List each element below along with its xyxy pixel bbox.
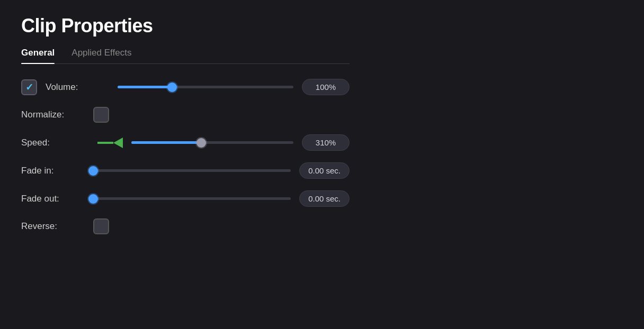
volume-checkbox[interactable]: ✓ bbox=[21, 79, 37, 95]
tabs-container: General Applied Effects bbox=[21, 48, 350, 64]
fade-out-row: Fade out: 0.00 sec. bbox=[21, 190, 350, 207]
speed-slider[interactable] bbox=[131, 138, 293, 148]
volume-label: Volume: bbox=[46, 82, 109, 93]
panel-title: Clip Properties bbox=[21, 15, 350, 37]
normalize-checkbox[interactable] bbox=[93, 107, 109, 123]
fade-in-thumb[interactable] bbox=[88, 166, 98, 176]
volume-slider[interactable] bbox=[118, 82, 293, 93]
fade-in-label: Fade in: bbox=[21, 166, 85, 176]
fade-out-slider[interactable] bbox=[93, 194, 291, 204]
normalize-label: Normalize: bbox=[21, 109, 85, 120]
fade-in-row: Fade in: 0.00 sec. bbox=[21, 162, 350, 179]
speed-arrow-indicator bbox=[97, 138, 123, 148]
speed-row: Speed: 310% bbox=[21, 134, 350, 151]
reverse-label: Reverse: bbox=[21, 221, 85, 232]
volume-row: ✓ Volume: 100% bbox=[21, 79, 350, 95]
tab-general[interactable]: General bbox=[21, 48, 55, 63]
speed-thumb[interactable] bbox=[196, 138, 206, 148]
fade-in-value: 0.00 sec. bbox=[299, 162, 350, 179]
reverse-row: Reverse: bbox=[21, 218, 350, 234]
reverse-checkbox[interactable] bbox=[93, 218, 109, 234]
speed-label: Speed: bbox=[21, 138, 85, 148]
volume-value: 100% bbox=[302, 79, 350, 95]
clip-properties-panel: Clip Properties General Applied Effects … bbox=[0, 0, 371, 261]
fade-in-slider[interactable] bbox=[93, 166, 291, 176]
fade-out-label: Fade out: bbox=[21, 194, 85, 204]
tab-applied-effects[interactable]: Applied Effects bbox=[71, 48, 131, 63]
fade-out-value: 0.00 sec. bbox=[299, 190, 350, 207]
normalize-row: Normalize: bbox=[21, 107, 350, 123]
speed-value: 310% bbox=[302, 134, 350, 151]
volume-thumb[interactable] bbox=[167, 83, 177, 92]
fade-out-thumb[interactable] bbox=[88, 194, 98, 204]
